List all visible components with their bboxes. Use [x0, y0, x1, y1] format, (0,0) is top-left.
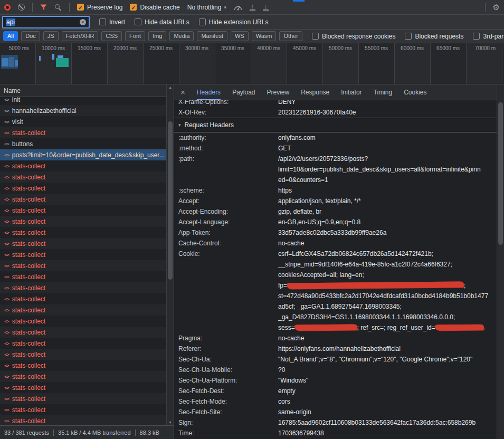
file-type-icon	[4, 263, 9, 269]
filter-checkbox[interactable]: Blocked requests	[405, 33, 463, 40]
request-row[interactable]: init	[0, 97, 174, 105]
file-type-icon	[4, 297, 9, 302]
request-row[interactable]: stats-collect	[0, 260, 174, 271]
filter-input-value: api	[6, 18, 15, 26]
request-row[interactable]: stats-collect	[0, 360, 174, 371]
details-scrollbar[interactable]	[497, 84, 504, 439]
timeline-tick-label: 65000 ms	[431, 43, 466, 51]
hide-data-urls-label: Hide data URLs	[145, 18, 189, 26]
request-row[interactable]: stats-collect	[0, 304, 174, 316]
timeline-overview[interactable]: 5000 ms 10000 ms 15000 ms 20000 ms 25000…	[0, 43, 504, 84]
scrollbar-thumb[interactable]	[498, 102, 503, 245]
request-row[interactable]: stats-collect	[0, 171, 174, 183]
request-row[interactable]: buttons	[0, 138, 174, 149]
scroll-down-icon[interactable]: ▼	[167, 421, 174, 424]
record-network-log-button[interactable]	[4, 4, 11, 11]
request-row[interactable]: stats-collect	[0, 404, 174, 415]
scroll-up-icon[interactable]: ▲	[167, 85, 174, 89]
request-row[interactable]: stats-collect	[0, 282, 174, 293]
summary-item: 35.1 kB / 4.4 MB transferred	[53, 430, 131, 436]
request-row[interactable]: stats-collect	[0, 160, 174, 171]
invert-checkbox[interactable]: Invert	[99, 18, 125, 26]
request-row[interactable]: stats-collect	[0, 338, 174, 349]
request-name: stats-collect	[12, 318, 45, 325]
filter-checkbox[interactable]: 3rd-party requests	[473, 33, 504, 40]
request-headers-section-header[interactable]: ▾ Request Headers	[174, 118, 497, 132]
request-row[interactable]: stats-collect	[0, 316, 174, 327]
filter-funnel-icon[interactable]	[40, 4, 47, 11]
request-row[interactable]: stats-collect	[0, 393, 174, 404]
type-filter-pill[interactable]: Font	[125, 31, 145, 41]
request-row[interactable]: stats-collect	[0, 271, 174, 282]
type-filter-pill[interactable]: Doc	[21, 31, 40, 41]
network-conditions-icon[interactable]	[234, 4, 242, 11]
timeline-tick-column: 65000 ms	[431, 43, 467, 84]
type-filter-pill[interactable]: Wasm	[252, 31, 277, 41]
type-filter-pill[interactable]: Fetch/XHR	[62, 31, 99, 41]
request-row[interactable]: stats-collect	[0, 183, 174, 194]
timeline-tick-label: 30000 ms	[179, 43, 215, 51]
detail-tab[interactable]: Payload	[232, 84, 255, 100]
type-filter-pill[interactable]: WS	[231, 31, 249, 41]
request-row[interactable]: stats-collect	[0, 216, 174, 227]
request-row[interactable]: stats-collect	[0, 194, 174, 205]
detail-tab[interactable]: Headers	[197, 84, 221, 100]
preserve-log-checkbox[interactable]: Preserve log	[77, 4, 122, 11]
type-filter-pill[interactable]: Media	[169, 31, 194, 41]
request-list-scrollbar[interactable]: ▲ ▼	[166, 84, 174, 425]
disable-cache-checkbox[interactable]: Disable cache	[130, 4, 179, 11]
network-toolbar: Preserve log Disable cache No throttling…	[0, 0, 504, 15]
request-details-panel: × HeadersPayloadPreviewResponseInitiator…	[174, 84, 504, 439]
request-row[interactable]: posts?limit=10&order=publish_date_desc&s…	[0, 149, 174, 160]
type-filter-pill[interactable]: CSS	[101, 31, 122, 41]
detail-tab[interactable]: Cookies	[404, 84, 426, 100]
type-filter-pill[interactable]: Manifest	[197, 31, 227, 41]
file-type-icon	[4, 418, 9, 424]
file-type-icon	[4, 175, 9, 180]
type-filter-pill[interactable]: All	[3, 31, 18, 41]
settings-gear-icon[interactable]: ⚙	[493, 3, 500, 12]
detail-tab[interactable]: Preview	[267, 84, 290, 100]
request-row[interactable]: stats-collect	[0, 205, 174, 216]
request-name: stats-collect	[12, 417, 45, 425]
search-icon[interactable]	[54, 4, 62, 11]
request-row[interactable]: stats-collect	[0, 249, 174, 260]
filter-checkbox[interactable]: Blocked response cookies	[312, 33, 395, 40]
request-row[interactable]: visit	[0, 116, 174, 127]
clear-filter-icon[interactable]: ×	[80, 19, 86, 25]
type-filter-pill[interactable]: Img	[148, 31, 166, 41]
detail-tab[interactable]: Initiator	[341, 84, 362, 100]
request-row[interactable]: hannahelizabethofficial	[0, 105, 174, 116]
export-har-icon[interactable]: ↓	[263, 4, 269, 11]
request-name: stats-collect	[12, 185, 45, 192]
hide-data-urls-checkbox[interactable]: Hide data URLs	[135, 18, 189, 26]
detail-tab[interactable]: Timing	[374, 84, 393, 100]
type-filter-pill[interactable]: JS	[43, 31, 59, 41]
request-row[interactable]: stats-collect	[0, 371, 174, 382]
timeline-tick-column: 15000 ms	[72, 43, 108, 84]
request-row[interactable]: stats-collect	[0, 382, 174, 393]
request-row[interactable]: stats-collect	[0, 293, 174, 304]
request-row[interactable]: stats-collect	[0, 227, 174, 238]
request-row[interactable]: stats-collect	[0, 349, 174, 360]
clear-network-log-icon[interactable]	[18, 4, 25, 11]
request-row[interactable]: stats-collect	[0, 127, 174, 138]
request-name: stats-collect	[12, 295, 45, 303]
hide-extension-urls-label: Hide extension URLs	[209, 18, 269, 26]
scrollbar-thumb[interactable]	[168, 121, 173, 280]
column-header-name[interactable]: Name	[0, 84, 174, 97]
request-name: stats-collect	[12, 307, 45, 314]
file-type-icon	[4, 230, 9, 235]
throttling-select[interactable]: No throttling ▾	[187, 4, 226, 11]
filter-text-input[interactable]: api ×	[2, 16, 90, 28]
file-type-icon	[4, 374, 9, 379]
detail-tab[interactable]: Response	[301, 84, 329, 100]
close-details-icon[interactable]: ×	[180, 88, 185, 97]
devtools-network-panel: Preserve log Disable cache No throttling…	[0, 0, 504, 439]
request-row[interactable]: stats-collect	[0, 327, 174, 338]
import-har-icon[interactable]: ↑	[250, 4, 255, 11]
hide-extension-urls-checkbox[interactable]: Hide extension URLs	[199, 18, 269, 26]
request-row[interactable]: stats-collect	[0, 238, 174, 249]
request-row[interactable]: stats-collect	[0, 415, 174, 425]
type-filter-pill[interactable]: Other	[279, 31, 302, 41]
